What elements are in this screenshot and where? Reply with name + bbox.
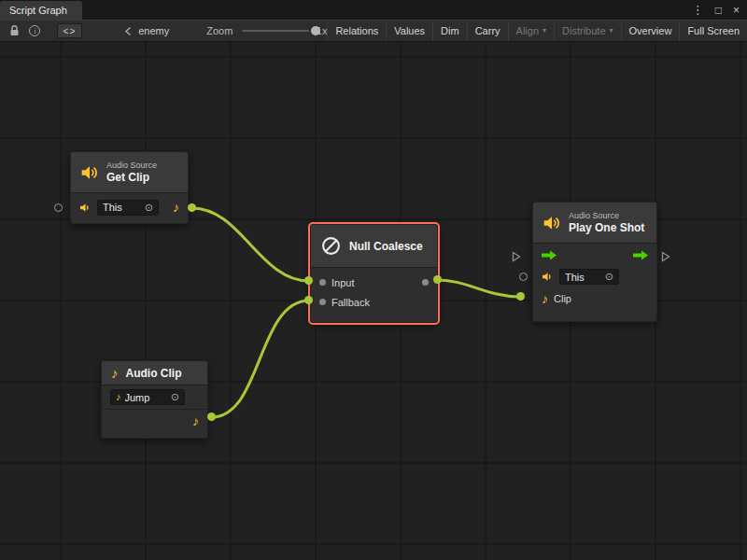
info-icon[interactable]: i — [28, 22, 41, 39]
node-row-clip: ♪ Clip — [533, 287, 656, 309]
lock-icon-glyph — [8, 24, 21, 37]
window-controls: ⋮ □ × — [692, 0, 740, 20]
node-title: Null Coalesce — [349, 240, 423, 253]
object-picker-icon[interactable]: ⊙ — [145, 203, 153, 213]
this-object-field[interactable]: This ⊙ — [559, 269, 619, 285]
maximize-icon[interactable]: □ — [715, 5, 722, 16]
node-title: Get Clip — [106, 171, 157, 184]
node-header: Audio Source Get Clip — [71, 152, 188, 193]
dim-label: Dim — [441, 25, 459, 36]
fallback-port-label: Fallback — [331, 297, 370, 308]
distribute-label: Distribute — [562, 25, 605, 36]
null-coalesce-icon — [320, 235, 342, 257]
node-audio-source-get-clip[interactable]: Audio Source Get Clip This ⊙ ♪ — [70, 151, 189, 224]
field-value: This — [103, 202, 141, 213]
audio-clip-icon: ♪ — [111, 366, 119, 380]
dim-button[interactable]: Dim — [432, 21, 467, 41]
values-button[interactable]: Values — [386, 21, 432, 41]
result-port-dot[interactable] — [422, 279, 429, 286]
zoom-slider-track — [242, 30, 308, 32]
input-port-dot[interactable] — [319, 279, 326, 286]
graph-breadcrumb-icon — [123, 26, 134, 36]
field-value: Jump — [125, 392, 167, 403]
graph-toolbar: i <> enemy Zoom 1x Relations Values Dim … — [0, 20, 747, 42]
node-title: Audio Clip — [126, 367, 182, 380]
node-header: Audio Source Play One Shot — [533, 203, 656, 244]
tab-label: Script Graph — [9, 5, 67, 16]
full-screen-label: Full Screen — [687, 25, 740, 36]
node-title: Play One Shot — [569, 221, 644, 234]
port-getclip-output[interactable] — [188, 203, 196, 212]
carry-button[interactable]: Carry — [467, 21, 508, 41]
code-view-button[interactable]: <> — [57, 23, 83, 38]
toolbar-buttons: Relations Values Dim Carry Align ▾ Distr… — [327, 21, 747, 41]
audio-clip-object-field[interactable]: ♪ Jump ⊙ — [110, 389, 185, 405]
node-category: Audio Source — [106, 161, 157, 171]
flow-row — [533, 244, 656, 266]
fallback-port-dot[interactable] — [319, 299, 326, 305]
input-port-label: Input — [331, 277, 354, 288]
port-playoneshot-clip-input[interactable] — [516, 292, 525, 301]
flow-out-arrow-icon[interactable] — [633, 250, 648, 260]
tab-script-graph[interactable]: Script Graph — [0, 1, 82, 20]
node-audio-clip-literal[interactable]: ♪ Audio Clip ♪ Jump ⊙ ♪ — [101, 360, 208, 439]
node-header: ♪ Audio Clip — [102, 361, 207, 385]
align-button[interactable]: Align ▾ — [508, 21, 554, 41]
wire-audioclip-to-nullcoalesce-fallback[interactable] — [212, 301, 309, 417]
graph-breadcrumb[interactable]: enemy — [123, 25, 169, 36]
close-icon[interactable]: × — [733, 5, 740, 16]
zoom-label: Zoom — [206, 25, 233, 36]
node-audio-source-play-one-shot[interactable]: Audio Source Play One Shot This ⊙ — [532, 202, 657, 322]
port-row-input: Input — [311, 273, 437, 292]
port-nullcoalesce-output[interactable] — [433, 275, 442, 284]
wire-getclip-to-nullcoalesce-input[interactable] — [192, 208, 309, 281]
chevron-down-icon: ▾ — [610, 27, 613, 35]
node-row-this: This ⊙ — [533, 266, 656, 287]
audio-clip-type-icon: ♪ — [116, 392, 121, 402]
clip-port-label: Clip — [554, 293, 571, 304]
node-row-value: ♪ Jump ⊙ — [102, 385, 207, 409]
relations-button[interactable]: Relations — [327, 21, 386, 41]
lock-icon[interactable] — [7, 22, 21, 39]
wire-nullcoalesce-to-playoneshot-clip[interactable] — [438, 280, 520, 297]
node-null-coalesce[interactable]: Null Coalesce Input Fallback — [310, 224, 438, 323]
graph-canvas[interactable]: Audio Source Get Clip This ⊙ ♪ — [0, 42, 747, 560]
audio-source-icon — [543, 214, 561, 232]
overview-button[interactable]: Overview — [621, 21, 680, 41]
audio-source-icon — [79, 202, 92, 214]
carry-label: Carry — [475, 25, 500, 36]
unity-script-graph-window: { "window": { "tab": "Script Graph" }, "… — [0, 0, 747, 560]
values-label: Values — [394, 25, 425, 36]
port-getclip-this-input[interactable] — [54, 203, 63, 212]
object-picker-icon[interactable]: ⊙ — [171, 392, 179, 402]
audio-clip-type-icon: ♪ — [173, 201, 179, 214]
port-row-fallback: Fallback — [311, 292, 437, 312]
this-object-field[interactable]: This ⊙ — [97, 200, 159, 216]
node-row-this: This ⊙ ♪ — [71, 193, 188, 221]
relations-label: Relations — [335, 25, 378, 36]
port-playoneshot-flow-out-triangle[interactable] — [661, 251, 670, 262]
port-nullcoalesce-input[interactable] — [304, 276, 313, 285]
port-playoneshot-flow-in-triangle[interactable] — [512, 251, 521, 262]
port-rows: Input Fallback — [311, 268, 437, 312]
audio-source-icon — [80, 163, 99, 182]
window-tab-bar: Script Graph ⋮ □ × — [0, 0, 747, 20]
flow-in-arrow-icon[interactable] — [542, 250, 557, 260]
distribute-button[interactable]: Distribute ▾ — [554, 21, 620, 41]
audio-clip-type-icon: ♪ — [542, 292, 548, 305]
audio-clip-output-icon: ♪ — [192, 414, 199, 427]
zoom-slider[interactable] — [242, 24, 308, 37]
port-playoneshot-this-input[interactable] — [519, 273, 528, 281]
object-picker-icon[interactable]: ⊙ — [605, 272, 613, 282]
port-audioclip-output[interactable] — [207, 413, 216, 421]
chevron-down-icon: ▾ — [543, 27, 546, 35]
field-value: This — [565, 272, 601, 283]
full-screen-button[interactable]: Full Screen — [679, 21, 747, 41]
info-glyph: i — [29, 25, 40, 36]
port-nullcoalesce-fallback[interactable] — [304, 296, 313, 304]
node-header: Null Coalesce — [311, 225, 437, 268]
node-row-output: ♪ — [102, 410, 207, 431]
align-label: Align — [516, 25, 539, 36]
overview-label: Overview — [629, 25, 672, 36]
window-menu-icon[interactable]: ⋮ — [692, 4, 704, 16]
